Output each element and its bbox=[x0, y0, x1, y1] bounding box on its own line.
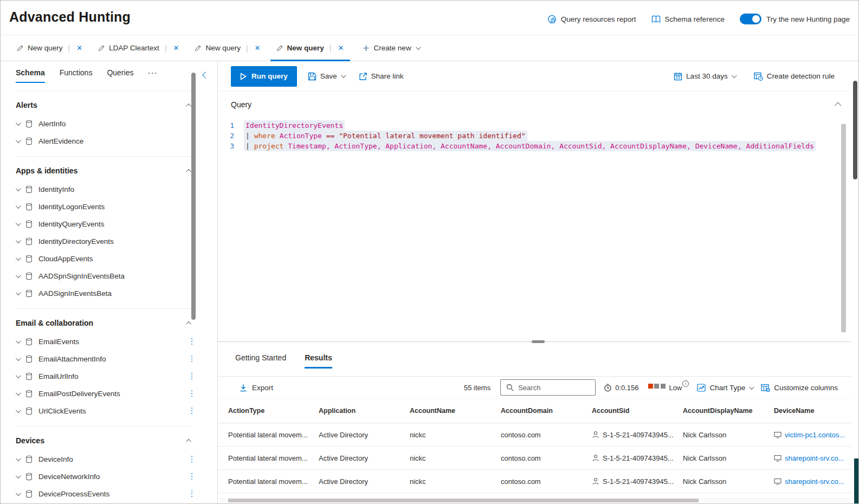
more-options-icon[interactable] bbox=[191, 338, 193, 345]
schema-table-IdentityInfo[interactable]: IdentityInfo bbox=[16, 180, 217, 198]
panel-splitter[interactable] bbox=[218, 341, 858, 343]
more-options-icon[interactable] bbox=[191, 456, 193, 463]
schema-table-AADSignInEventsBeta[interactable]: AADSignInEventsBeta bbox=[16, 285, 217, 302]
chevron-down-icon[interactable] bbox=[16, 356, 21, 361]
schema-table-DeviceProcessEvents[interactable]: DeviceProcessEvents bbox=[16, 485, 217, 502]
chevron-down-icon[interactable] bbox=[16, 473, 21, 479]
chevron-down-icon[interactable] bbox=[16, 338, 21, 344]
book-icon bbox=[651, 15, 661, 23]
column-header-Application[interactable]: Application bbox=[319, 407, 410, 415]
close-tab-icon[interactable]: ✕ bbox=[337, 43, 345, 53]
close-tab-icon[interactable]: ✕ bbox=[172, 43, 180, 53]
time-range-dropdown[interactable]: Last 30 days bbox=[670, 70, 739, 83]
calendar-icon bbox=[674, 72, 682, 81]
sidebar-tab-queries[interactable]: Queries bbox=[107, 68, 133, 83]
chevron-down-icon[interactable] bbox=[16, 290, 21, 295]
collapse-sidebar-button[interactable] bbox=[203, 70, 208, 80]
search-input[interactable] bbox=[518, 384, 583, 392]
try-new-hunting-toggle[interactable] bbox=[740, 14, 761, 24]
page-scrollbar-thumb[interactable] bbox=[853, 81, 857, 179]
chevron-down-icon[interactable] bbox=[16, 120, 21, 126]
more-options-icon[interactable] bbox=[191, 390, 193, 397]
device-link[interactable]: sharepoint-srv.co... bbox=[785, 454, 844, 462]
column-header-AccountDisplayName[interactable]: AccountDisplayName bbox=[683, 407, 774, 415]
schema-table-EmailPostDeliveryEvents[interactable]: EmailPostDeliveryEvents bbox=[16, 385, 217, 402]
query-editor[interactable]: 1IdentityDirectoryEvents2| where ActionT… bbox=[218, 120, 858, 151]
schema-table-DeviceInfo[interactable]: DeviceInfo bbox=[16, 450, 217, 468]
table-row-2[interactable]: Potential lateral movem...Active Directo… bbox=[218, 470, 858, 493]
collapse-query-button[interactable] bbox=[836, 100, 841, 109]
schema-table-EmailEvents[interactable]: EmailEvents bbox=[16, 333, 217, 350]
chevron-down-icon[interactable] bbox=[16, 186, 21, 191]
schema-table-CloudAppEvents[interactable]: CloudAppEvents bbox=[16, 250, 217, 267]
chevron-down-icon[interactable] bbox=[16, 138, 21, 143]
export-button[interactable]: Export bbox=[240, 384, 273, 392]
section-header-1[interactable]: Apps & identities bbox=[16, 157, 217, 180]
query-tab-1[interactable]: LDAP Cleartext|✕ bbox=[91, 35, 187, 61]
save-button[interactable]: Save bbox=[305, 70, 348, 83]
horizontal-scrollbar[interactable] bbox=[219, 498, 850, 503]
table-row-1[interactable]: Potential lateral movem...Active Directo… bbox=[218, 447, 858, 470]
horizontal-scrollbar-thumb[interactable] bbox=[228, 499, 699, 502]
query-resources-report-button[interactable]: Query resources report bbox=[547, 15, 636, 24]
chevron-down-icon[interactable] bbox=[16, 203, 21, 209]
editor-scrollbar[interactable] bbox=[841, 124, 846, 332]
chart-type-dropdown[interactable]: Chart Type bbox=[697, 384, 753, 392]
chevron-down-icon[interactable] bbox=[16, 390, 21, 396]
query-tab-0[interactable]: New query|✕ bbox=[9, 35, 91, 61]
table-row-0[interactable]: Potential lateral movem...Active Directo… bbox=[218, 423, 858, 447]
sidebar-tab-functions[interactable]: Functions bbox=[60, 68, 93, 83]
customize-columns-button[interactable]: Customize columns bbox=[761, 384, 838, 392]
chevron-down-icon[interactable] bbox=[16, 456, 21, 461]
more-options-icon[interactable] bbox=[191, 408, 193, 415]
results-tab-getting-started[interactable]: Getting Started bbox=[235, 353, 286, 369]
create-new-button[interactable]: + Create new bbox=[363, 35, 419, 61]
schema-table-IdentityDirectoryEvents[interactable]: IdentityDirectoryEvents bbox=[16, 232, 217, 250]
sidebar-scrollbar[interactable] bbox=[191, 73, 196, 320]
section-header-0[interactable]: Alerts bbox=[16, 91, 217, 115]
chevron-down-icon[interactable] bbox=[16, 408, 21, 413]
column-header-AccountDomain[interactable]: AccountDomain bbox=[501, 407, 592, 415]
chevron-down-icon[interactable] bbox=[16, 255, 21, 261]
close-tab-icon[interactable]: ✕ bbox=[254, 43, 262, 53]
device-link[interactable]: sharepoint-srv.co... bbox=[785, 477, 844, 486]
schema-table-IdentityLogonEvents[interactable]: IdentityLogonEvents bbox=[16, 198, 217, 215]
device-link[interactable]: victim-pc1.contos... bbox=[785, 431, 845, 439]
schema-table-IdentityQueryEvents[interactable]: IdentityQueryEvents bbox=[16, 215, 217, 232]
more-options-icon[interactable] bbox=[191, 356, 193, 363]
column-header-DeviceName[interactable]: DeviceName bbox=[774, 407, 858, 415]
schema-table-AlertEvidence[interactable]: AlertEvidence bbox=[16, 132, 217, 150]
section-header-3[interactable]: Devices bbox=[16, 427, 217, 450]
more-options-icon[interactable] bbox=[191, 373, 193, 380]
results-tab-results[interactable]: Results bbox=[305, 353, 332, 369]
column-header-AccountSid[interactable]: AccountSid bbox=[592, 407, 683, 415]
schema-table-AlertInfo[interactable]: AlertInfo bbox=[16, 115, 217, 132]
query-tab-2[interactable]: New query|✕ bbox=[187, 35, 268, 61]
chevron-down-icon[interactable] bbox=[16, 490, 21, 496]
schema-table-DeviceNetworkInfo[interactable]: DeviceNetworkInfo bbox=[16, 468, 217, 485]
sidebar-tab-overflow-icon[interactable]: ··· bbox=[148, 68, 158, 83]
chevron-down-icon[interactable] bbox=[16, 221, 21, 226]
query-tab-3[interactable]: New query|✕ bbox=[269, 35, 352, 61]
schema-table-EmailAttachmentInfo[interactable]: EmailAttachmentInfo bbox=[16, 350, 217, 367]
create-detection-rule-button[interactable]: Create detection rule bbox=[751, 70, 838, 83]
column-header-AccountName[interactable]: AccountName bbox=[410, 407, 501, 415]
schema-reference-button[interactable]: Schema reference bbox=[651, 15, 725, 23]
results-scrollbar[interactable] bbox=[854, 458, 859, 504]
schema-table-EmailUrlInfo[interactable]: EmailUrlInfo bbox=[16, 367, 217, 385]
sidebar-tab-schema[interactable]: Schema bbox=[16, 68, 45, 83]
section-header-2[interactable]: Email & collaboration bbox=[16, 309, 217, 333]
more-options-icon[interactable] bbox=[191, 473, 193, 480]
chevron-down-icon[interactable] bbox=[16, 273, 21, 278]
info-icon[interactable]: i bbox=[682, 380, 689, 387]
schema-table-AADSpnSignInEventsBeta[interactable]: AADSpnSignInEventsBeta bbox=[16, 267, 217, 285]
column-header-ActionType[interactable]: ActionType bbox=[228, 407, 319, 415]
schema-table-UrlClickEvents[interactable]: UrlClickEvents bbox=[16, 402, 217, 419]
close-tab-icon[interactable]: ✕ bbox=[75, 43, 83, 53]
more-options-icon[interactable] bbox=[191, 490, 193, 497]
run-query-button[interactable]: Run query bbox=[231, 66, 297, 87]
share-link-button[interactable]: Share link bbox=[356, 70, 407, 83]
chevron-down-icon[interactable] bbox=[16, 238, 21, 243]
download-icon bbox=[240, 384, 247, 392]
chevron-down-icon[interactable] bbox=[16, 373, 21, 378]
